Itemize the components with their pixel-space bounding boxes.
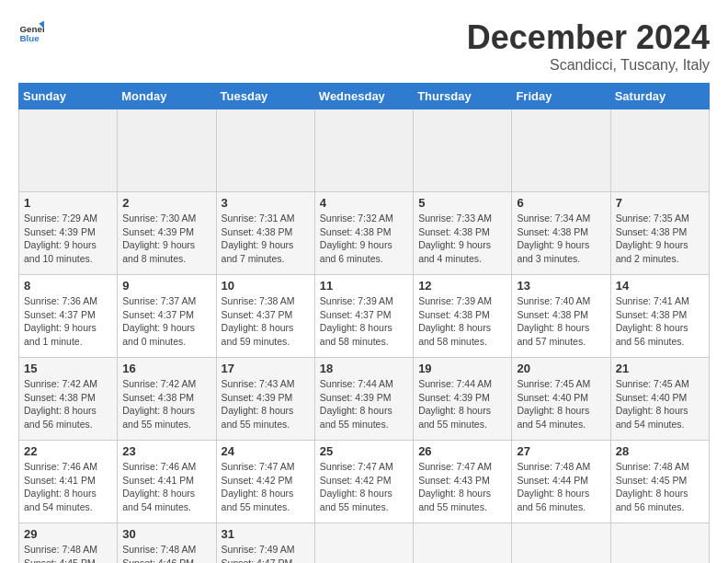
calendar-cell: [610, 109, 709, 192]
month-title: December 2024: [467, 18, 710, 57]
day-info: Sunrise: 7:29 AMSunset: 4:39 PMDaylight:…: [24, 212, 112, 266]
day-info: Sunrise: 7:48 AMSunset: 4:44 PMDaylight:…: [517, 460, 605, 514]
calendar-cell: [19, 109, 118, 192]
day-number: 26: [418, 444, 506, 458]
day-info: Sunrise: 7:35 AMSunset: 4:38 PMDaylight:…: [616, 212, 704, 266]
day-info: Sunrise: 7:30 AMSunset: 4:39 PMDaylight:…: [122, 212, 210, 266]
day-number: 6: [517, 196, 605, 210]
day-info: Sunrise: 7:43 AMSunset: 4:39 PMDaylight:…: [222, 377, 310, 431]
calendar-table: SundayMondayTuesdayWednesdayThursdayFrid…: [18, 83, 710, 563]
calendar-cell: 27Sunrise: 7:48 AMSunset: 4:44 PMDayligh…: [512, 441, 610, 523]
day-number: 7: [616, 196, 704, 210]
day-number: 9: [122, 279, 210, 293]
day-header-tuesday: Tuesday: [216, 84, 314, 109]
day-header-thursday: Thursday: [414, 84, 512, 109]
calendar-cell: 10Sunrise: 7:38 AMSunset: 4:37 PMDayligh…: [216, 275, 314, 358]
day-number: 2: [122, 196, 210, 210]
calendar-cell: 19Sunrise: 7:44 AMSunset: 4:39 PMDayligh…: [414, 358, 512, 441]
calendar-week-row: 1Sunrise: 7:29 AMSunset: 4:39 PMDaylight…: [19, 192, 710, 275]
day-number: 4: [320, 196, 408, 210]
day-header-monday: Monday: [118, 84, 216, 109]
day-number: 13: [517, 279, 605, 293]
day-info: Sunrise: 7:36 AMSunset: 4:37 PMDaylight:…: [24, 294, 112, 349]
calendar-week-row: [19, 109, 710, 192]
calendar-cell: 9Sunrise: 7:37 AMSunset: 4:37 PMDaylight…: [118, 275, 216, 358]
calendar-cell: 20Sunrise: 7:45 AMSunset: 4:40 PMDayligh…: [512, 358, 610, 441]
calendar-cell: 29Sunrise: 7:48 AMSunset: 4:45 PMDayligh…: [19, 523, 118, 564]
day-number: 12: [418, 279, 506, 293]
day-info: Sunrise: 7:38 AMSunset: 4:37 PMDaylight:…: [222, 294, 310, 349]
day-number: 31: [222, 527, 310, 541]
day-info: Sunrise: 7:47 AMSunset: 4:42 PMDaylight:…: [222, 460, 310, 514]
calendar-week-row: 29Sunrise: 7:48 AMSunset: 4:45 PMDayligh…: [19, 523, 710, 564]
calendar-cell: 13Sunrise: 7:40 AMSunset: 4:38 PMDayligh…: [512, 275, 610, 358]
calendar-week-row: 8Sunrise: 7:36 AMSunset: 4:37 PMDaylight…: [19, 275, 710, 358]
day-header-sunday: Sunday: [19, 84, 118, 109]
day-info: Sunrise: 7:44 AMSunset: 4:39 PMDaylight:…: [418, 377, 506, 431]
calendar-cell: 21Sunrise: 7:45 AMSunset: 4:40 PMDayligh…: [610, 358, 709, 441]
title-area: December 2024 Scandicci, Tuscany, Italy: [467, 18, 710, 74]
calendar-cell: 12Sunrise: 7:39 AMSunset: 4:38 PMDayligh…: [414, 275, 512, 358]
calendar-cell: 23Sunrise: 7:46 AMSunset: 4:41 PMDayligh…: [118, 441, 216, 523]
day-header-wednesday: Wednesday: [314, 84, 413, 109]
day-info: Sunrise: 7:31 AMSunset: 4:38 PMDaylight:…: [222, 212, 310, 266]
day-info: Sunrise: 7:48 AMSunset: 4:45 PMDaylight:…: [616, 460, 704, 514]
calendar-cell: [414, 109, 512, 192]
day-number: 8: [24, 279, 112, 293]
day-number: 20: [517, 362, 605, 375]
day-number: 22: [24, 444, 112, 458]
day-info: Sunrise: 7:47 AMSunset: 4:42 PMDaylight:…: [320, 460, 408, 514]
calendar-cell: 16Sunrise: 7:42 AMSunset: 4:38 PMDayligh…: [118, 358, 216, 441]
calendar-cell: 17Sunrise: 7:43 AMSunset: 4:39 PMDayligh…: [216, 358, 314, 441]
calendar-cell: 1Sunrise: 7:29 AMSunset: 4:39 PMDaylight…: [19, 192, 118, 275]
day-number: 30: [122, 527, 210, 541]
day-number: 10: [222, 279, 310, 293]
day-info: Sunrise: 7:42 AMSunset: 4:38 PMDaylight:…: [122, 377, 210, 431]
day-number: 29: [24, 527, 112, 541]
day-number: 18: [320, 362, 408, 375]
calendar-cell: 11Sunrise: 7:39 AMSunset: 4:37 PMDayligh…: [314, 275, 413, 358]
calendar-cell: 14Sunrise: 7:41 AMSunset: 4:38 PMDayligh…: [610, 275, 709, 358]
day-info: Sunrise: 7:40 AMSunset: 4:38 PMDaylight:…: [517, 294, 605, 349]
day-number: 1: [24, 196, 112, 210]
day-info: Sunrise: 7:37 AMSunset: 4:37 PMDaylight:…: [122, 294, 210, 349]
day-info: Sunrise: 7:49 AMSunset: 4:47 PMDaylight:…: [222, 543, 310, 563]
day-info: Sunrise: 7:34 AMSunset: 4:38 PMDaylight:…: [517, 212, 605, 266]
day-info: Sunrise: 7:41 AMSunset: 4:38 PMDaylight:…: [616, 294, 704, 349]
header: General Blue December 2024 Scandicci, Tu…: [18, 18, 710, 74]
day-info: Sunrise: 7:46 AMSunset: 4:41 PMDaylight:…: [24, 460, 112, 514]
calendar-cell: 2Sunrise: 7:30 AMSunset: 4:39 PMDaylight…: [118, 192, 216, 275]
day-header-saturday: Saturday: [610, 84, 709, 109]
day-info: Sunrise: 7:47 AMSunset: 4:43 PMDaylight:…: [418, 460, 506, 514]
day-info: Sunrise: 7:33 AMSunset: 4:38 PMDaylight:…: [418, 212, 506, 266]
svg-text:Blue: Blue: [19, 33, 40, 43]
logo-icon: General Blue: [18, 18, 44, 44]
day-number: 15: [24, 362, 112, 375]
day-info: Sunrise: 7:39 AMSunset: 4:37 PMDaylight:…: [320, 294, 408, 349]
calendar-cell: [512, 109, 610, 192]
day-number: 3: [222, 196, 310, 210]
calendar-week-row: 22Sunrise: 7:46 AMSunset: 4:41 PMDayligh…: [19, 441, 710, 523]
calendar-cell: 26Sunrise: 7:47 AMSunset: 4:43 PMDayligh…: [414, 441, 512, 523]
calendar-cell: 6Sunrise: 7:34 AMSunset: 4:38 PMDaylight…: [512, 192, 610, 275]
day-info: Sunrise: 7:32 AMSunset: 4:38 PMDaylight:…: [320, 212, 408, 266]
day-number: 21: [616, 362, 704, 375]
day-info: Sunrise: 7:39 AMSunset: 4:38 PMDaylight:…: [418, 294, 506, 349]
calendar-cell: [118, 109, 216, 192]
day-number: 5: [418, 196, 506, 210]
calendar-cell: 22Sunrise: 7:46 AMSunset: 4:41 PMDayligh…: [19, 441, 118, 523]
day-number: 24: [222, 444, 310, 458]
calendar-cell: 15Sunrise: 7:42 AMSunset: 4:38 PMDayligh…: [19, 358, 118, 441]
calendar-cell: 3Sunrise: 7:31 AMSunset: 4:38 PMDaylight…: [216, 192, 314, 275]
calendar-cell: [314, 523, 413, 564]
calendar-cell: 4Sunrise: 7:32 AMSunset: 4:38 PMDaylight…: [314, 192, 413, 275]
location-title: Scandicci, Tuscany, Italy: [467, 57, 710, 74]
calendar-week-row: 15Sunrise: 7:42 AMSunset: 4:38 PMDayligh…: [19, 358, 710, 441]
day-info: Sunrise: 7:45 AMSunset: 4:40 PMDaylight:…: [616, 377, 704, 431]
day-info: Sunrise: 7:44 AMSunset: 4:39 PMDaylight:…: [320, 377, 408, 431]
day-number: 16: [122, 362, 210, 375]
calendar-cell: 18Sunrise: 7:44 AMSunset: 4:39 PMDayligh…: [314, 358, 413, 441]
calendar-cell: 30Sunrise: 7:48 AMSunset: 4:46 PMDayligh…: [118, 523, 216, 564]
day-number: 25: [320, 444, 408, 458]
calendar-cell: [314, 109, 413, 192]
